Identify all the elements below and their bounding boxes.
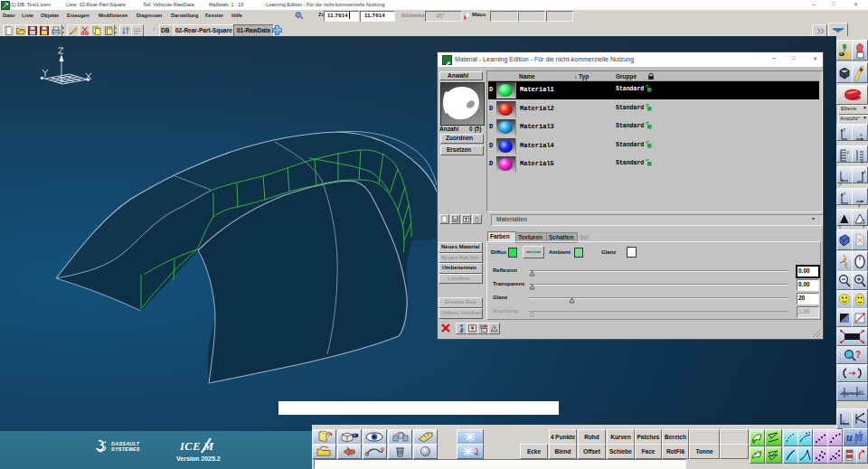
svg-text:SYSTEMES: SYSTEMES	[111, 446, 140, 452]
svg-text:z: z	[863, 169, 866, 174]
svg-text:x: x	[860, 132, 863, 137]
svg-text:y: y	[839, 223, 842, 229]
svg-text:y: y	[839, 181, 842, 186]
svg-text:x: x	[863, 223, 865, 229]
svg-text:?: ?	[855, 350, 861, 360]
svg-text:z: z	[844, 191, 846, 196]
svg-text:y: y	[847, 149, 850, 155]
svg-text:z: z	[844, 127, 846, 132]
svg-text:T: T	[465, 217, 468, 222]
svg-text:u: u	[846, 431, 853, 444]
svg-text:ICE: ICE	[180, 440, 201, 453]
svg-text:y: y	[858, 202, 861, 208]
